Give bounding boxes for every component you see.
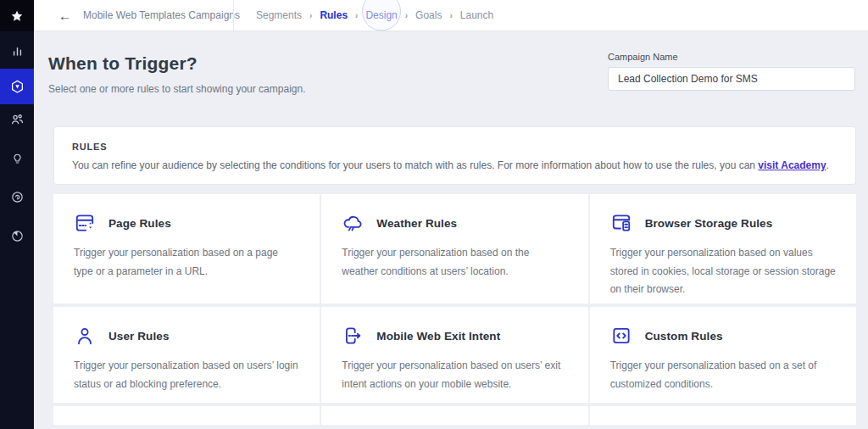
pie-chart-icon[interactable] (0, 221, 34, 250)
breadcrumb-design[interactable]: Design (365, 9, 397, 21)
card-title: Weather Rules (376, 217, 457, 230)
page-subtitle: Select one or more rules to start showin… (48, 83, 305, 95)
breadcrumb-separator: › (449, 11, 452, 20)
sidebar (0, 0, 34, 429)
browser-storage-rules-icon (610, 212, 632, 234)
lightbulb-icon[interactable] (0, 143, 34, 172)
visit-academy-link[interactable]: visit Academy (758, 159, 826, 171)
rules-panel: RULES You can refine your audience by se… (53, 126, 856, 185)
rule-cards-grid: Page Rules Trigger your personalization … (53, 194, 856, 425)
target-icon[interactable] (0, 182, 34, 211)
main-content: When to Trigger? Select one or more rule… (34, 31, 868, 425)
hexagon-logo-icon[interactable] (0, 69, 34, 104)
mobile-web-exit-intent-icon (342, 325, 364, 347)
card-mobile-web-exit-intent[interactable]: Mobile Web Exit Intent Trigger your pers… (321, 307, 587, 403)
breadcrumb-goals[interactable]: Goals (415, 9, 442, 21)
card-custom-rules[interactable]: Custom Rules Trigger your personalizatio… (590, 307, 856, 403)
card-page-rules[interactable]: Page Rules Trigger your personalization … (53, 194, 320, 304)
card-title: Browser Storage Rules (645, 217, 773, 230)
rules-description-period: . (826, 159, 829, 171)
page-title: When to Trigger? (48, 52, 305, 75)
weather-rules-icon (342, 212, 364, 234)
back-button[interactable]: ← Mobile Web Templates Campaigns (34, 0, 233, 31)
campaign-name-box: Campaign Name (608, 52, 855, 91)
breadcrumb-separator: › (355, 11, 358, 20)
card-partial[interactable] (53, 406, 320, 425)
card-weather-rules[interactable]: Weather Rules Trigger your personalizati… (321, 194, 587, 304)
rules-description-text: You can refine your audience by selectin… (72, 159, 758, 171)
card-description: Trigger your personalization based on va… (610, 244, 836, 299)
card-title: Custom Rules (645, 330, 723, 343)
card-browser-storage-rules[interactable]: Browser Storage Rules Trigger your perso… (590, 194, 856, 304)
custom-rules-icon (610, 325, 632, 347)
page-header: When to Trigger? Select one or more rule… (34, 31, 868, 95)
back-title: Mobile Web Templates Campaigns (83, 9, 240, 21)
card-title: User Rules (108, 330, 170, 343)
breadcrumb-launch[interactable]: Launch (460, 9, 493, 21)
users-icon[interactable] (0, 104, 34, 133)
back-arrow-icon: ← (58, 9, 71, 22)
rules-panel-description: You can refine your audience by selectin… (72, 159, 837, 171)
page-rules-icon (74, 212, 96, 234)
card-title: Mobile Web Exit Intent (376, 330, 500, 343)
card-description: Trigger your personalization based on a … (74, 244, 299, 281)
breadcrumb-segments[interactable]: Segments (256, 9, 302, 21)
card-partial[interactable] (321, 406, 587, 425)
card-title: Page Rules (108, 217, 171, 230)
card-description: Trigger your personalization based on us… (342, 357, 567, 393)
bar-chart-icon[interactable] (0, 36, 34, 65)
card-user-rules[interactable]: User Rules Trigger your personalization … (53, 307, 320, 403)
card-description: Trigger your personalization based on th… (342, 244, 567, 281)
rules-panel-title: RULES (72, 142, 837, 152)
topbar: ← Mobile Web Templates Campaigns Segment… (34, 0, 868, 31)
breadcrumb-separator: › (405, 11, 408, 20)
breadcrumb-rules[interactable]: Rules (320, 9, 348, 21)
breadcrumb: Segments › Rules › Design › Goals › Laun… (234, 9, 493, 21)
campaign-name-input[interactable] (608, 67, 855, 91)
breadcrumb-design-label: Design (365, 9, 397, 21)
campaign-name-label: Campaign Name (608, 52, 855, 62)
breadcrumb-separator: › (309, 11, 312, 20)
card-description: Trigger your personalization based on us… (74, 357, 299, 393)
user-rules-icon (74, 325, 96, 347)
star-icon[interactable] (0, 0, 34, 31)
card-partial[interactable] (590, 406, 856, 425)
card-description: Trigger your personalization based on a … (610, 357, 836, 393)
